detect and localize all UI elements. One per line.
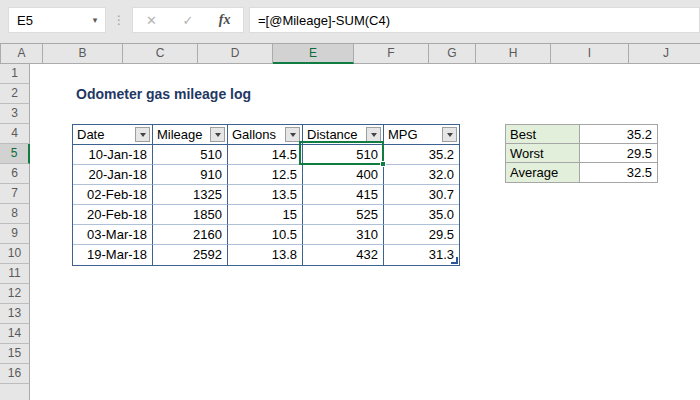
summary-label-average[interactable]: Average	[505, 162, 580, 183]
row-header-7[interactable]: 7	[0, 184, 30, 204]
cell-e7[interactable]: 415	[303, 185, 384, 205]
cell-f10[interactable]: 31.3	[384, 245, 459, 265]
table-row: 03-Mar-18 2160 10.5 310 29.5	[73, 225, 459, 245]
cell-c9[interactable]: 2160	[153, 225, 228, 245]
row-header-5-selected[interactable]: 5	[0, 144, 30, 164]
cell-d7[interactable]: 13.5	[228, 185, 303, 205]
column-header-a[interactable]: A	[1, 44, 43, 64]
selected-cell-outline	[299, 141, 384, 165]
row-header-15[interactable]: 15	[0, 344, 30, 364]
column-header-h[interactable]: H	[476, 44, 551, 64]
header-date[interactable]: Date	[73, 125, 153, 145]
cell-b5[interactable]: 10-Jan-18	[73, 145, 153, 165]
row-header-2[interactable]: 2	[0, 84, 30, 104]
column-header-b[interactable]: B	[43, 44, 123, 64]
summary-row: Best 35.2	[505, 124, 658, 144]
formula-bar-buttons: ✕ ✓ fx	[132, 7, 244, 33]
cell-d8[interactable]: 15	[228, 205, 303, 225]
row-header-9[interactable]: 9	[0, 224, 30, 244]
name-box-value: E5	[9, 13, 85, 28]
header-gallons[interactable]: Gallons	[228, 125, 303, 145]
name-box[interactable]: E5 ▾	[8, 7, 106, 33]
cell-b9[interactable]: 03-Mar-18	[73, 225, 153, 245]
row-header-11[interactable]: 11	[0, 264, 30, 284]
name-box-dropdown-icon[interactable]: ▾	[85, 15, 105, 25]
cell-f8[interactable]: 35.0	[384, 205, 459, 225]
cell-f5[interactable]: 35.2	[384, 145, 459, 165]
summary-value-best[interactable]: 35.2	[580, 124, 658, 145]
row-header-6[interactable]: 6	[0, 164, 30, 184]
filter-icon[interactable]	[135, 127, 150, 142]
cell-b7[interactable]: 02-Feb-18	[73, 185, 153, 205]
cell-b8[interactable]: 20-Feb-18	[73, 205, 153, 225]
summary-row: Worst 29.5	[505, 143, 658, 163]
column-header-c[interactable]: C	[123, 44, 198, 64]
header-mpg[interactable]: MPG	[384, 125, 459, 145]
row-header-4[interactable]: 4	[0, 124, 30, 144]
column-header-j[interactable]: J	[629, 44, 700, 64]
sheet-grid: 1 2 3 4 5 6 7 8 9 10 11 12 13 14 15 16 O…	[0, 64, 700, 400]
row-header-14[interactable]: 14	[0, 324, 30, 344]
filter-icon[interactable]	[366, 127, 381, 142]
cell-b10[interactable]: 19-Mar-18	[73, 245, 153, 265]
select-all-corner[interactable]	[0, 44, 1, 64]
cell-d5[interactable]: 14.5	[228, 145, 303, 165]
column-header-e-selected[interactable]: E	[273, 44, 354, 64]
mileage-table: Date Mileage Gallons Distance MPG 10-Jan…	[72, 124, 460, 266]
cell-c5[interactable]: 510	[153, 145, 228, 165]
table-row: 20-Feb-18 1850 15 525 35.0	[73, 205, 459, 225]
column-header-f[interactable]: F	[354, 44, 429, 64]
table-row: 19-Mar-18 2592 13.8 432 31.3	[73, 245, 459, 265]
table-resize-handle[interactable]	[451, 257, 458, 264]
enter-icon[interactable]: ✓	[170, 13, 207, 28]
formula-bar: E5 ▾ ⋮ ✕ ✓ fx =[@Mileage]-SUM(C4)	[0, 0, 700, 40]
cell-d10[interactable]: 13.8	[228, 245, 303, 265]
formula-input[interactable]: =[@Mileage]-SUM(C4)	[249, 7, 700, 33]
summary-table: Best 35.2 Worst 29.5 Average 32.5	[505, 124, 658, 182]
cell-b6[interactable]: 20-Jan-18	[73, 165, 153, 185]
cell-e6[interactable]: 400	[303, 165, 384, 185]
cell-f6[interactable]: 32.0	[384, 165, 459, 185]
cell-e10[interactable]: 432	[303, 245, 384, 265]
cell-c10[interactable]: 2592	[153, 245, 228, 265]
summary-label-best[interactable]: Best	[505, 124, 580, 145]
row-header-1[interactable]: 1	[0, 64, 30, 84]
cell-c8[interactable]: 1850	[153, 205, 228, 225]
cell-e9[interactable]: 310	[303, 225, 384, 245]
filter-icon[interactable]	[442, 127, 457, 142]
filter-icon[interactable]	[285, 127, 300, 142]
cell-c6[interactable]: 910	[153, 165, 228, 185]
cell-d9[interactable]: 10.5	[228, 225, 303, 245]
row-header-12[interactable]: 12	[0, 284, 30, 304]
cancel-icon[interactable]: ✕	[133, 13, 170, 28]
summary-label-worst[interactable]: Worst	[505, 143, 580, 164]
header-mileage[interactable]: Mileage	[153, 125, 228, 145]
cell-d6[interactable]: 12.5	[228, 165, 303, 185]
fill-handle[interactable]	[380, 161, 386, 167]
row-header-16[interactable]: 16	[0, 364, 30, 384]
summary-value-worst[interactable]: 29.5	[580, 143, 658, 164]
row-header-13[interactable]: 13	[0, 304, 30, 324]
cell-e8[interactable]: 525	[303, 205, 384, 225]
row-header-8[interactable]: 8	[0, 204, 30, 224]
row-header-fill	[0, 384, 30, 400]
summary-row: Average 32.5	[505, 162, 658, 182]
table-row: 10-Jan-18 510 14.5 510 35.2	[73, 145, 459, 165]
row-header-column: 1 2 3 4 5 6 7 8 9 10 11 12 13 14 15 16	[0, 64, 30, 400]
row-header-3[interactable]: 3	[0, 104, 30, 124]
summary-value-average[interactable]: 32.5	[580, 162, 658, 183]
excel-window: E5 ▾ ⋮ ✕ ✓ fx =[@Mileage]-SUM(C4) A B C …	[0, 0, 700, 400]
column-header-i[interactable]: I	[551, 44, 629, 64]
filter-icon[interactable]	[210, 127, 225, 142]
sheet-title[interactable]: Odometer gas mileage log	[76, 84, 251, 104]
column-header-d[interactable]: D	[198, 44, 273, 64]
formula-bar-grip-icon: ⋮	[106, 13, 132, 27]
insert-function-icon[interactable]: fx	[206, 12, 243, 28]
cell-c7[interactable]: 1325	[153, 185, 228, 205]
table-row: 20-Jan-18 910 12.5 400 32.0	[73, 165, 459, 185]
cell-f7[interactable]: 30.7	[384, 185, 459, 205]
row-header-10[interactable]: 10	[0, 244, 30, 264]
column-header-g[interactable]: G	[429, 44, 476, 64]
table-row: 02-Feb-18 1325 13.5 415 30.7	[73, 185, 459, 205]
cell-f9[interactable]: 29.5	[384, 225, 459, 245]
